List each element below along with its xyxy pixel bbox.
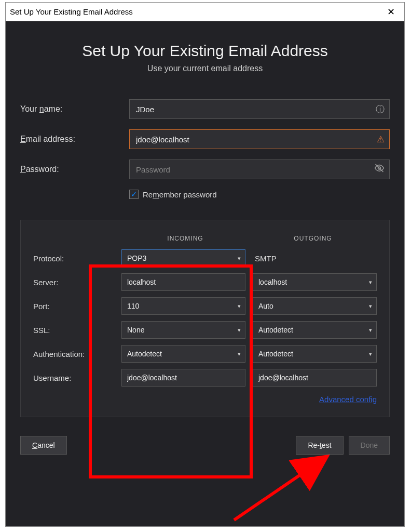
content-area: Set Up Your Existing Email Address Use y… [6,21,404,526]
chevron-down-icon: ▾ [238,351,241,357]
label-server: Server: [33,278,114,287]
label-username: Username: [33,374,114,382]
outgoing-ssl-select[interactable]: Autodetect ▾ [253,321,377,339]
retest-button[interactable]: Re-test [296,436,343,455]
done-button[interactable]: Done [349,436,390,455]
page-subtitle: Use your current email address [20,64,390,73]
button-row: Cancel Re-test Done [20,436,390,455]
info-icon[interactable]: ⓘ [376,103,385,115]
label-auth: Authentication: [33,350,114,358]
remember-checkbox[interactable]: ✓ [129,190,139,199]
incoming-port-select[interactable]: 110 ▾ [121,297,245,315]
email-input[interactable] [129,129,390,149]
eye-off-icon[interactable] [374,163,385,176]
window-title: Set Up Your Existing Email Address [10,7,133,16]
label-protocol: Protocol: [33,254,114,263]
chevron-down-icon: ▾ [238,255,241,262]
close-icon[interactable]: ✕ [383,4,399,20]
label-name: Your name: [20,104,129,114]
remember-row: ✓ Remember password [129,190,390,199]
label-password: Password: [20,165,129,174]
name-input[interactable] [129,99,390,119]
cancel-button[interactable]: Cancel [20,436,67,455]
chevron-down-icon: ▾ [369,351,372,357]
dialog-window: Set Up Your Existing Email Address ✕ Set… [5,2,405,527]
incoming-ssl-select[interactable]: None ▾ [121,321,245,339]
outgoing-port-select[interactable]: Auto ▾ [253,297,377,315]
incoming-username-input[interactable] [121,369,245,387]
titlebar: Set Up Your Existing Email Address ✕ [6,3,404,21]
outgoing-username-input[interactable] [253,369,377,387]
chevron-down-icon: ▾ [369,327,372,334]
chevron-down-icon: ▾ [369,303,372,310]
incoming-header: INCOMING [121,235,249,242]
advanced-config-link[interactable]: Advanced config [319,395,377,404]
svg-line-2 [234,460,322,520]
row-email: Email address: ⚠ [20,129,390,149]
chevron-down-icon: ▾ [238,327,241,334]
server-panel: INCOMING OUTGOING Protocol: POP3 ▾ SMTP … [20,220,390,417]
incoming-auth-select[interactable]: Autodetect ▾ [121,345,245,363]
row-password: Password: [20,159,390,179]
password-input[interactable] [129,159,390,179]
incoming-server-input[interactable] [121,273,245,291]
server-headers: INCOMING OUTGOING [33,235,377,242]
incoming-protocol-select[interactable]: POP3 ▾ [121,249,245,267]
row-name: Your name: ⓘ [20,99,390,119]
advanced-config-row: Advanced config [33,395,377,404]
outgoing-header: OUTGOING [249,235,377,242]
label-port: Port: [33,302,114,311]
page-title: Set Up Your Existing Email Address [20,42,390,60]
chevron-down-icon: ▾ [238,303,241,310]
outgoing-server-select[interactable]: localhost ▾ [253,273,377,291]
chevron-down-icon: ▾ [369,279,372,286]
annotation-arrow [224,453,338,525]
outgoing-auth-select[interactable]: Autodetect ▾ [253,345,377,363]
warning-icon: ⚠ [377,134,385,145]
remember-label: Remember password [143,190,217,199]
label-email: Email address: [20,135,129,144]
label-ssl: SSL: [33,326,114,335]
outgoing-protocol-static: SMTP [253,254,377,263]
